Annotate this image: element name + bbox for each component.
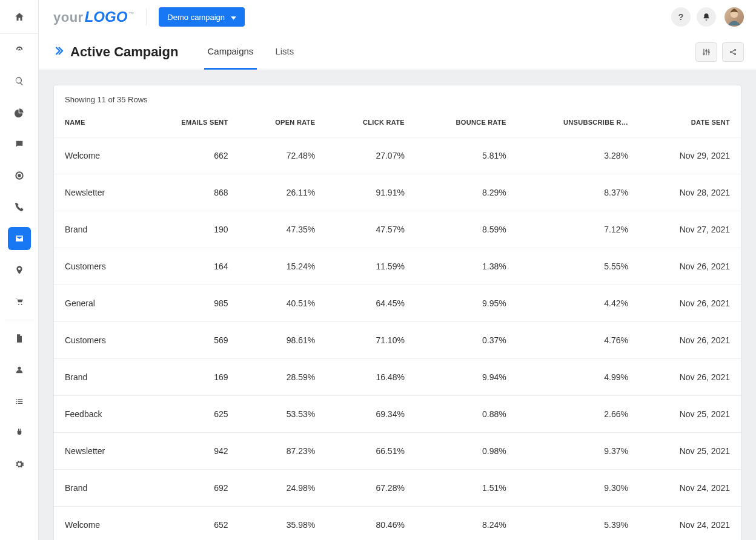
campaigns-table: NAME EMAILS SENT OPEN RATE CLICK RATE BO… <box>54 110 741 540</box>
sidebar-item-analytics[interactable] <box>0 97 39 128</box>
cell-click-rate: 27.07% <box>326 137 416 174</box>
cart-icon <box>15 297 24 306</box>
tabs: Campaigns Lists <box>197 34 305 70</box>
logo-tm: ™ <box>128 11 134 17</box>
table-row[interactable]: Brand16928.59%16.48%9.94%4.99%Nov 26, 20… <box>54 359 741 396</box>
table-row-count: Showing 11 of 35 Rows <box>54 85 741 110</box>
sidebar-item-files[interactable] <box>0 323 39 354</box>
cell-date-sent: Nov 27, 2021 <box>639 211 741 248</box>
col-emails-sent[interactable]: EMAILS SENT <box>142 110 239 137</box>
bell-icon <box>702 13 711 21</box>
topbar: your LOGO ™ Demo campaign ? <box>39 0 756 34</box>
sidebar-item-search[interactable] <box>0 65 39 97</box>
cell-unsubscribe-rate: 2.66% <box>517 396 639 433</box>
chevrons-right-icon <box>53 45 64 58</box>
col-date-sent[interactable]: DATE SENT <box>639 110 741 137</box>
cell-date-sent: Nov 28, 2021 <box>639 174 741 211</box>
sidebar-item-target[interactable] <box>0 160 39 191</box>
sidebar-divider <box>5 320 34 320</box>
sidebar-item-email[interactable] <box>0 223 39 254</box>
cell-unsubscribe-rate: 5.55% <box>517 248 639 285</box>
cell-emails-sent: 662 <box>142 137 239 174</box>
table-row[interactable]: General98540.51%64.45%9.95%4.42%Nov 26, … <box>54 285 741 322</box>
cell-click-rate: 64.45% <box>326 285 416 322</box>
campaign-selector-label: Demo campaign <box>167 13 225 22</box>
notifications-button[interactable] <box>697 7 716 27</box>
cell-date-sent: Nov 26, 2021 <box>639 359 741 396</box>
sidebar-item-dashboard[interactable] <box>0 34 39 65</box>
user-icon <box>15 365 24 375</box>
cell-date-sent: Nov 25, 2021 <box>639 433 741 470</box>
col-unsubscribe-rate[interactable]: UNSUBSCRIBE R… <box>517 110 639 137</box>
cell-open-rate: 35.98% <box>239 507 327 541</box>
cell-bounce-rate: 0.98% <box>416 433 517 470</box>
table-row[interactable]: Brand19047.35%47.57%8.59%7.12%Nov 27, 20… <box>54 211 741 248</box>
help-icon: ? <box>678 12 684 22</box>
table-row[interactable]: Newsletter86826.11%91.91%8.29%8.37%Nov 2… <box>54 174 741 211</box>
col-click-rate[interactable]: CLICK RATE <box>326 110 416 137</box>
cell-emails-sent: 569 <box>142 322 239 359</box>
table-row[interactable]: Customers56998.61%71.10%0.37%4.76%Nov 26… <box>54 322 741 359</box>
cell-bounce-rate: 0.88% <box>416 396 517 433</box>
target-icon <box>15 171 24 180</box>
logo[interactable]: your LOGO ™ <box>53 8 134 25</box>
plug-icon <box>15 428 24 438</box>
campaign-selector-button[interactable]: Demo campaign <box>159 7 245 27</box>
cell-emails-sent: 169 <box>142 359 239 396</box>
table-row[interactable]: Feedback62553.53%69.34%0.88%2.66%Nov 25,… <box>54 396 741 433</box>
cell-bounce-rate: 9.95% <box>416 285 517 322</box>
sidebar-item-tasks[interactable] <box>0 386 39 417</box>
filter-button[interactable] <box>695 42 717 62</box>
sidebar-item-user[interactable] <box>0 354 39 386</box>
table-row[interactable]: Brand69224.98%67.28%1.51%9.30%Nov 24, 20… <box>54 470 741 507</box>
col-open-rate[interactable]: OPEN RATE <box>239 110 327 137</box>
cell-emails-sent: 625 <box>142 396 239 433</box>
cell-emails-sent: 190 <box>142 211 239 248</box>
table-row[interactable]: Welcome66272.48%27.07%5.81%3.28%Nov 29, … <box>54 137 741 174</box>
cell-emails-sent: 692 <box>142 470 239 507</box>
cell-bounce-rate: 8.29% <box>416 174 517 211</box>
cell-name: Brand <box>54 470 142 507</box>
phone-icon <box>15 202 24 212</box>
table-row[interactable]: Newsletter94287.23%66.51%0.98%9.37%Nov 2… <box>54 433 741 470</box>
tab-label: Lists <box>275 46 294 56</box>
cell-open-rate: 15.24% <box>239 248 327 285</box>
tab-campaigns[interactable]: Campaigns <box>204 34 257 70</box>
sidebar-item-settings[interactable] <box>0 449 39 480</box>
col-bounce-rate[interactable]: BOUNCE RATE <box>416 110 517 137</box>
share-button[interactable] <box>722 42 744 62</box>
sidebar-item-commerce[interactable] <box>0 286 39 317</box>
cell-name: General <box>54 285 142 322</box>
logo-part1: your <box>53 10 84 25</box>
sidebar-item-chat[interactable] <box>0 128 39 160</box>
cell-open-rate: 72.48% <box>239 137 327 174</box>
cell-bounce-rate: 9.94% <box>416 359 517 396</box>
cell-unsubscribe-rate: 5.39% <box>517 507 639 541</box>
cell-name: Welcome <box>54 137 142 174</box>
sidebar-item-plugins[interactable] <box>0 417 39 449</box>
sidebar-item-calls[interactable] <box>0 191 39 223</box>
cell-bounce-rate: 0.37% <box>416 322 517 359</box>
table-row[interactable]: Welcome65235.98%80.46%8.24%5.39%Nov 24, … <box>54 507 741 541</box>
sidebar-item-location[interactable] <box>0 254 39 286</box>
sidebar-item-home[interactable] <box>0 0 39 34</box>
search-icon <box>15 76 24 86</box>
cell-open-rate: 40.51% <box>239 285 327 322</box>
cell-name: Feedback <box>54 396 142 433</box>
cell-open-rate: 87.23% <box>239 433 327 470</box>
col-name[interactable]: NAME <box>54 110 142 137</box>
share-icon <box>729 48 737 56</box>
tab-lists[interactable]: Lists <box>271 34 297 70</box>
gauge-icon <box>15 45 24 54</box>
cell-unsubscribe-rate: 3.28% <box>517 137 639 174</box>
topbar-divider <box>146 8 147 25</box>
cell-unsubscribe-rate: 7.12% <box>517 211 639 248</box>
cell-open-rate: 28.59% <box>239 359 327 396</box>
cell-open-rate: 47.35% <box>239 211 327 248</box>
help-button[interactable]: ? <box>671 7 691 27</box>
user-avatar[interactable] <box>724 7 744 27</box>
table-row[interactable]: Customers16415.24%11.59%1.38%5.55%Nov 26… <box>54 248 741 285</box>
sidebar <box>0 0 39 540</box>
cell-click-rate: 47.57% <box>326 211 416 248</box>
gear-icon <box>15 459 24 469</box>
